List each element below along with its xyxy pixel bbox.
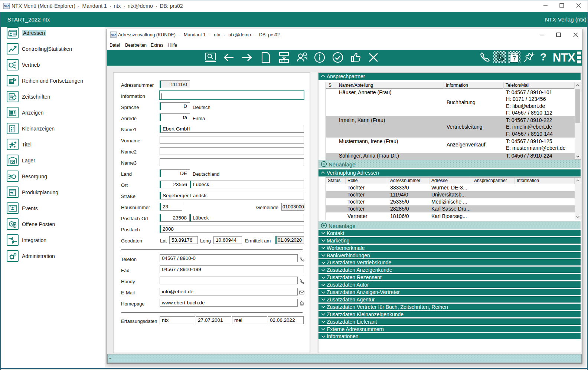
- svg-text:€: €: [14, 225, 16, 227]
- svg-text:7: 7: [513, 55, 516, 62]
